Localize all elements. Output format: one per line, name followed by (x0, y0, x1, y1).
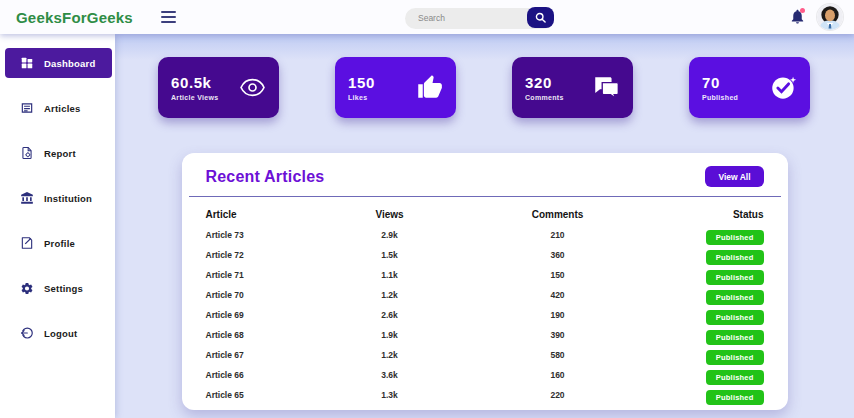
table-row[interactable]: Article 732.9k210Published (206, 225, 764, 245)
sidebar-item-articles[interactable]: Articles (5, 93, 112, 123)
cell-views: 1.5k (346, 250, 434, 260)
cell-views: 1.1k (346, 270, 434, 280)
sidebar-item-label: Settings (44, 283, 83, 294)
stat-value: 60.5k (171, 74, 218, 91)
status-badge: Published (706, 390, 764, 405)
cell-views: 1.2k (346, 290, 434, 300)
sidebar-item-label: Institution (44, 193, 92, 204)
cell-status: Published (682, 226, 764, 245)
status-badge: Published (706, 310, 764, 325)
status-badge: Published (706, 350, 764, 365)
user-avatar[interactable] (817, 4, 843, 30)
table-body: Article 732.9k210PublishedArticle 721.5k… (206, 225, 764, 405)
stat-value: 70 (702, 74, 738, 91)
eye-icon (239, 74, 266, 101)
cell-article: Article 70 (206, 290, 346, 300)
table-row[interactable]: Article 671.2k580Published (206, 345, 764, 365)
table-row[interactable]: Article 701.2k420Published (206, 285, 764, 305)
stat-label: Comments (525, 94, 564, 101)
logo[interactable]: GeeksForGeeks (16, 9, 133, 26)
sidebar-item-settings[interactable]: Settings (5, 273, 112, 303)
status-badge: Published (706, 270, 764, 285)
stat-text: 150Likes (348, 74, 375, 101)
stat-value: 150 (348, 74, 375, 91)
stats-row: 60.5kArticle Views150Likes320Comments70P… (115, 34, 854, 118)
sidebar-item-label: Articles (44, 103, 80, 114)
stat-card-likes[interactable]: 150Likes (335, 57, 456, 118)
column-header-status: Status (682, 209, 764, 220)
table-row[interactable]: Article 651.3k220Published (206, 385, 764, 405)
cell-status: Published (682, 326, 764, 345)
cell-comments: 360 (434, 250, 682, 260)
view-all-button[interactable]: View All (705, 166, 763, 187)
table-header-row: ArticleViewsCommentsStatus (206, 197, 764, 220)
cell-status: Published (682, 246, 764, 265)
sidebar-item-label: Logout (44, 328, 77, 339)
cell-views: 1.3k (346, 390, 434, 400)
search-button[interactable] (527, 7, 554, 28)
column-header-comments: Comments (434, 209, 682, 220)
cell-status: Published (682, 366, 764, 385)
cell-comments: 190 (434, 310, 682, 320)
cell-article: Article 72 (206, 250, 346, 260)
cell-article: Article 67 (206, 350, 346, 360)
settings-gear-icon (20, 281, 34, 295)
report-icon (20, 146, 34, 160)
stat-text: 320Comments (525, 74, 564, 101)
search-bar (405, 7, 554, 28)
sidebar-item-logout[interactable]: Logout (5, 318, 112, 348)
table-row[interactable]: Article 711.1k150Published (206, 265, 764, 285)
cell-article: Article 69 (206, 310, 346, 320)
cell-status: Published (682, 286, 764, 305)
table-row[interactable]: Article 663.6k160Published (206, 365, 764, 385)
cell-comments: 160 (434, 370, 682, 380)
cell-views: 1.9k (346, 330, 434, 340)
stat-text: 60.5kArticle Views (171, 74, 218, 101)
stat-text: 70Published (702, 74, 738, 101)
sidebar-item-label: Dashboard (44, 58, 95, 69)
cell-comments: 580 (434, 350, 682, 360)
sidebar-item-label: Profile (44, 238, 75, 249)
sidebar-item-institution[interactable]: Institution (5, 183, 112, 213)
status-badge: Published (706, 230, 764, 245)
cell-comments: 150 (434, 270, 682, 280)
table-row[interactable]: Article 692.6k190Published (206, 305, 764, 325)
notification-bell-icon[interactable] (789, 8, 807, 26)
cell-article: Article 66 (206, 370, 346, 380)
column-header-views: Views (346, 209, 434, 220)
notification-dot (800, 8, 805, 13)
stat-card-comments[interactable]: 320Comments (512, 57, 633, 118)
table-row[interactable]: Article 681.9k390Published (206, 325, 764, 345)
cell-comments: 420 (434, 290, 682, 300)
status-badge: Published (706, 370, 764, 385)
sidebar-item-profile[interactable]: Profile (5, 228, 112, 258)
status-badge: Published (706, 250, 764, 265)
stat-label: Likes (348, 94, 375, 101)
table-row[interactable]: Article 721.5k360Published (206, 245, 764, 265)
cell-views: 2.9k (346, 230, 434, 240)
stat-card-article-views[interactable]: 60.5kArticle Views (158, 57, 279, 118)
thumbs-up-icon (416, 74, 443, 101)
comments-icon (593, 74, 620, 101)
stat-value: 320 (525, 74, 564, 91)
recent-articles-panel: Recent Articles View All ArticleViewsCom… (182, 153, 788, 410)
articles-icon (20, 101, 34, 115)
panel-title: Recent Articles (206, 168, 325, 186)
stat-label: Published (702, 94, 738, 101)
cell-article: Article 71 (206, 270, 346, 280)
cell-views: 2.6k (346, 310, 434, 320)
sidebar-item-dashboard[interactable]: Dashboard (5, 48, 112, 78)
status-badge: Published (706, 330, 764, 345)
sidebar-item-report[interactable]: Report (5, 138, 112, 168)
stat-label: Article Views (171, 94, 218, 101)
cell-article: Article 65 (206, 390, 346, 400)
main-content: 60.5kArticle Views150Likes320Comments70P… (115, 34, 854, 418)
panel-header: Recent Articles View All (206, 153, 764, 187)
cell-comments: 390 (434, 330, 682, 340)
cell-status: Published (682, 306, 764, 325)
profile-icon (20, 236, 34, 250)
column-header-article: Article (206, 209, 346, 220)
stat-card-published[interactable]: 70Published (689, 57, 810, 118)
hamburger-menu-icon[interactable] (161, 11, 176, 24)
status-badge: Published (706, 290, 764, 305)
